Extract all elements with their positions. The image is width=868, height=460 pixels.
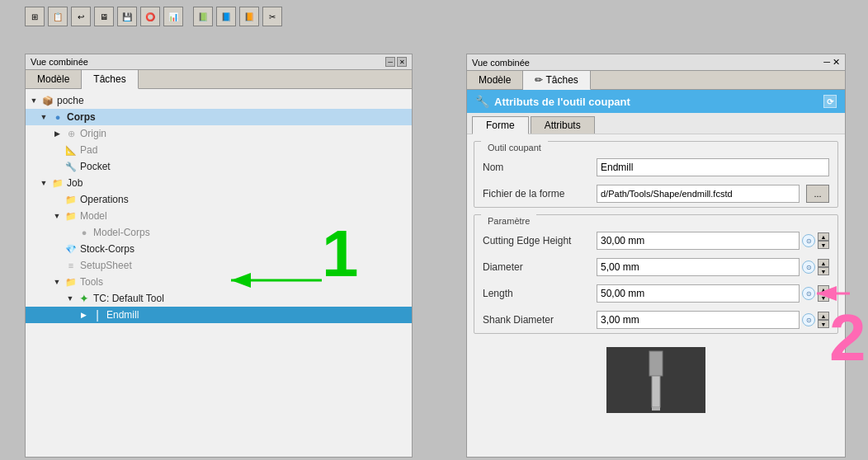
spinner-down-diam[interactable]: ▼ <box>818 267 829 275</box>
spinner-icon-diam[interactable]: ⊙ <box>802 261 815 274</box>
tree-item-poche[interactable]: ▼ 📦 poche <box>26 92 412 109</box>
toggle-model[interactable]: ▼ <box>52 211 62 221</box>
icon-model-corps: ● <box>78 226 91 239</box>
tree-item-endmill[interactable]: ▶ | Endmill <box>26 307 412 323</box>
spinner-icon-ceh[interactable]: ⊙ <box>802 234 815 247</box>
svg-rect-2 <box>649 351 663 376</box>
tree-item-corps[interactable]: ▼ ● Corps <box>26 109 412 125</box>
toolbar-icon-1[interactable]: ⊞ <box>25 7 45 26</box>
toggle-tc-default[interactable]: ▼ <box>65 293 75 303</box>
input-nom[interactable] <box>597 158 829 176</box>
right-minimize-button[interactable]: ─ <box>823 57 830 67</box>
tab-taches-right[interactable]: ✏ Tâches <box>523 71 590 90</box>
label-endmill: Endmill <box>106 309 139 321</box>
icon-tc-default: ✦ <box>78 292 91 305</box>
left-panel: Vue combinée ─ ✕ Modèle Tâches ▼ 📦 poche… <box>25 54 413 458</box>
endmill-preview-svg <box>631 350 681 411</box>
toolbar: ⊞ 📋 ↩ 🖥 💾 ⭕ 📊 📗 📘 📙 ✂ <box>25 7 282 26</box>
toolbar-icon-4[interactable]: 🖥 <box>94 7 114 26</box>
icon-pad: 📐 <box>64 143 78 157</box>
close-button[interactable]: ✕ <box>397 57 407 67</box>
toolbar-icon-6[interactable]: ⭕ <box>140 7 160 26</box>
toggle-operations[interactable]: ▶ <box>52 195 62 204</box>
spinner-down-ceh[interactable]: ▼ <box>818 241 829 249</box>
label-nom: Nom <box>483 162 590 173</box>
tree-item-model-corps[interactable]: ▶ ● Model-Corps <box>26 224 412 241</box>
tab-modele-left[interactable]: Modèle <box>26 70 82 88</box>
toolbar-icon-9[interactable]: 📘 <box>216 7 236 26</box>
toggle-pocket[interactable]: ▶ <box>52 162 62 171</box>
spinner-down-shank[interactable]: ▼ <box>818 320 829 328</box>
tree-item-pad[interactable]: ▶ 📐 Pad <box>26 142 412 158</box>
spinner-up-ceh[interactable]: ▲ <box>818 232 829 241</box>
label-operations: Operations <box>80 194 129 205</box>
toolbar-icon-8[interactable]: 📗 <box>193 7 213 26</box>
toggle-stock-corps[interactable]: ▶ <box>52 244 62 254</box>
input-cutting-edge-height[interactable] <box>597 232 800 250</box>
tree-item-pocket[interactable]: ▶ 🔧 Pocket <box>26 158 412 175</box>
parametre-section: Paramètre Cutting Edge Height ⊙ ▲ ▼ Diam… <box>474 214 838 334</box>
toolbar-icon-5[interactable]: 💾 <box>117 7 137 26</box>
label-origin: Origin <box>80 128 106 139</box>
input-shank-diameter[interactable] <box>597 311 800 329</box>
label-shank-diameter: Shank Diameter <box>483 314 590 326</box>
spinner-icon-shank[interactable]: ⊙ <box>802 313 815 326</box>
input-length[interactable] <box>597 284 800 303</box>
collapse-button[interactable]: ⟳ <box>823 95 837 108</box>
sub-tab-forme[interactable]: Forme <box>472 116 529 134</box>
toolbar-icon-2[interactable]: 📋 <box>48 7 68 26</box>
toggle-model-corps[interactable]: ▶ <box>65 228 75 237</box>
label-model-corps: Model-Corps <box>93 227 150 238</box>
toolbar-icon-11[interactable]: ✂ <box>262 7 282 26</box>
tree-item-model[interactable]: ▼ 📁 Model <box>26 208 412 224</box>
toggle-poche[interactable]: ▼ <box>29 96 39 106</box>
svg-rect-3 <box>652 376 660 407</box>
label-tools: Tools <box>80 276 103 288</box>
tree-item-job[interactable]: ▼ 📁 Job <box>26 175 412 191</box>
tree-item-tools[interactable]: ▼ 📁 Tools <box>26 274 412 290</box>
icon-poche: 📦 <box>41 94 54 107</box>
toggle-pad[interactable]: ▶ <box>52 145 62 155</box>
browse-button[interactable]: ... <box>806 185 829 203</box>
outil-coupant-section: Outil coupant Nom Fichier de la forme ..… <box>474 141 838 208</box>
tree-item-origin[interactable]: ▶ ⊕ Origin <box>26 125 412 142</box>
label-corps: Corps <box>67 111 96 123</box>
tab-taches-left[interactable]: Tâches <box>82 70 138 89</box>
tree-item-setupsheet[interactable]: ▶ ≡ SetupSheet <box>26 257 412 274</box>
minimize-button[interactable]: ─ <box>385 57 395 67</box>
label-cutting-edge-height: Cutting Edge Height <box>483 235 590 246</box>
right-panel-close-btns: ─ ✕ <box>823 57 840 68</box>
attributs-icon: 🔧 <box>475 95 489 108</box>
toggle-corps[interactable]: ▼ <box>39 112 49 122</box>
label-model: Model <box>80 210 107 222</box>
toolbar-icon-3[interactable]: ↩ <box>71 7 91 26</box>
tree-item-stock-corps[interactable]: ▶ 💎 Stock-Corps <box>26 241 412 257</box>
outil-coupant-title: Outil coupant <box>481 141 548 154</box>
tree-item-operations[interactable]: ▶ 📁 Operations <box>26 191 412 208</box>
tree-item-tc-default[interactable]: ▼ ✦ TC: Default Tool <box>26 290 412 307</box>
form-row-length: Length ⊙ ▲ ▼ <box>474 280 837 307</box>
toggle-origin[interactable]: ▶ <box>52 129 62 138</box>
icon-operations: 📁 <box>64 193 78 206</box>
form-row-nom: Nom <box>474 154 837 181</box>
form-row-diameter: Diameter ⊙ ▲ ▼ <box>474 254 837 280</box>
toggle-tools[interactable]: ▼ <box>52 277 62 287</box>
toolbar-icon-7[interactable]: 📊 <box>163 7 183 26</box>
input-fichier[interactable] <box>597 185 800 203</box>
sub-tab-attributs[interactable]: Attributs <box>531 116 595 134</box>
input-diameter[interactable] <box>597 258 800 276</box>
toolbar-icon-10[interactable]: 📙 <box>239 7 259 26</box>
toggle-job[interactable]: ▼ <box>39 178 49 188</box>
spinner-up-shank[interactable]: ▲ <box>818 312 829 320</box>
spinner-up-diam[interactable]: ▲ <box>818 259 829 267</box>
form-row-shank-diameter: Shank Diameter ⊙ ▲ ▼ <box>474 307 837 333</box>
label-setupsheet: SetupSheet <box>80 260 132 271</box>
attributs-header: 🔧 Attributs de l'outil coupant ⟳ <box>467 90 845 113</box>
icon-stock-corps: 💎 <box>64 242 78 256</box>
toggle-setupsheet[interactable]: ▶ <box>52 261 62 270</box>
spinner-arrows-shank: ▲ ▼ <box>818 312 829 328</box>
tab-modele-right[interactable]: Modèle <box>467 71 523 89</box>
toggle-endmill[interactable]: ▶ <box>78 310 88 320</box>
left-panel-tabs: Modèle Tâches <box>26 70 412 89</box>
right-close-button[interactable]: ✕ <box>833 57 840 67</box>
